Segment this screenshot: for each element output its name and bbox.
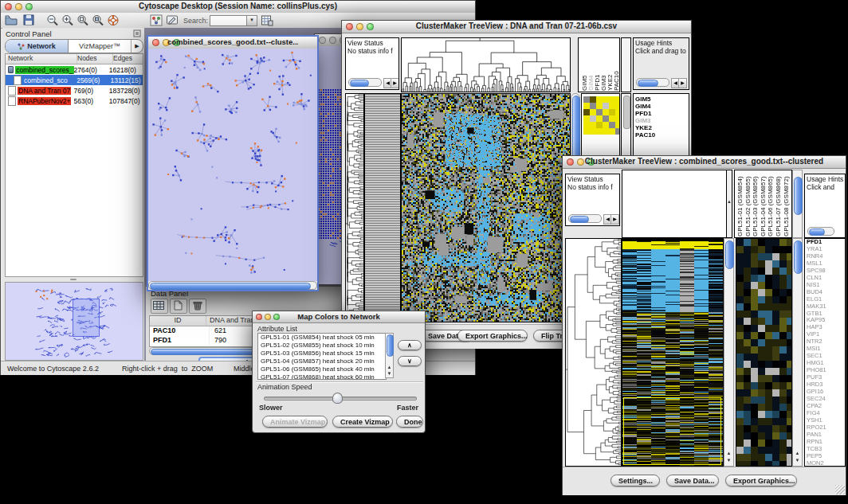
tv1-column-dendrogram[interactable] bbox=[401, 37, 571, 92]
dp-col-id[interactable]: ID bbox=[150, 316, 206, 326]
tv1-row-label[interactable]: GIM4 bbox=[635, 103, 689, 110]
attribute-list-item[interactable]: GPL51-07 (GSM868) heat shock 60 min bbox=[258, 373, 386, 380]
network-table-row[interactable]: DNA and Tran 07769(0)183728(0) bbox=[6, 85, 143, 96]
scroll-right-icon[interactable]: ▶ bbox=[391, 78, 399, 88]
minimize-icon[interactable] bbox=[265, 314, 271, 320]
attribute-list-item[interactable]: GPL51-01 (GSM854) heat shock 05 min bbox=[258, 334, 386, 342]
main-title-bar[interactable]: Cytoscape Desktop (Session Name: collins… bbox=[1, 1, 475, 14]
tv2-export-graphics-button[interactable]: Export Graphics... bbox=[725, 475, 797, 486]
tv1-row-label[interactable]: PFD1 bbox=[635, 110, 689, 117]
done-button[interactable]: Done bbox=[396, 416, 423, 428]
net1-hscrollbar[interactable] bbox=[148, 281, 317, 290]
tv2-zoom-heatmap[interactable] bbox=[736, 238, 792, 467]
scroll-down-icon[interactable]: ▼ bbox=[724, 458, 733, 463]
zoom-out-icon[interactable] bbox=[46, 14, 59, 26]
search-dropdown-arrow-icon[interactable]: ▼ bbox=[246, 15, 257, 26]
close-icon[interactable] bbox=[256, 314, 262, 320]
move-attribute-up-button[interactable]: ∧ bbox=[398, 340, 422, 350]
tv1-heatmap[interactable] bbox=[401, 93, 571, 322]
attribute-list-item[interactable]: GPL51-02 (GSM855) heat shock 10 min bbox=[258, 342, 386, 350]
animate-vizmap-button[interactable]: Animate Vizmap bbox=[262, 416, 328, 428]
save-session-icon[interactable] bbox=[22, 14, 35, 26]
scroll-up-icon[interactable]: ▲ bbox=[793, 451, 802, 456]
col-header-network[interactable]: Network bbox=[6, 54, 77, 64]
network-table-header[interactable]: Network Nodes Edges bbox=[6, 54, 143, 64]
tv1-status-hscrollbar[interactable] bbox=[348, 78, 382, 87]
tv2-zoom-vscrollbar[interactable]: ▲ ▼ bbox=[792, 238, 803, 467]
help-lifebuoy-icon[interactable] bbox=[107, 14, 120, 26]
network-overview-panel[interactable] bbox=[5, 282, 143, 361]
scroll-right-icon[interactable]: ▶ bbox=[678, 78, 687, 88]
scroll-up-icon[interactable]: ▲ bbox=[724, 451, 733, 456]
map-dialog-title-bar[interactable]: Map Colors to Network bbox=[253, 311, 425, 323]
tv1-title-bar[interactable]: ClusterMaker TreeView : DNA and Tran 07-… bbox=[342, 21, 691, 33]
new-attribute-button[interactable] bbox=[170, 299, 187, 314]
zoom-fit-icon[interactable] bbox=[77, 14, 89, 26]
col-header-edges[interactable]: Edges bbox=[113, 54, 143, 64]
vizmapper-icon[interactable] bbox=[150, 14, 163, 26]
tv2-mini-scroll-strip[interactable]: ▲ bbox=[726, 170, 732, 238]
network-table-row[interactable]: RNAPuberNov2+563(0)107847(0) bbox=[6, 96, 143, 106]
tv2-global-heatmap-canvas[interactable] bbox=[622, 239, 723, 466]
tv2-hints-hscrollbar[interactable] bbox=[807, 227, 834, 236]
tv1-row-label[interactable]: PAC10 bbox=[635, 131, 689, 139]
tv1-export-graphics-button[interactable]: Export Graphics... bbox=[457, 330, 528, 342]
tv2-labels-vscroll-thumb[interactable] bbox=[794, 177, 803, 215]
attribute-list-item[interactable]: GPL51-03 (GSM856) heat shock 15 min bbox=[258, 350, 386, 357]
attribute-list-vscrollbar[interactable]: ▲ ▼ bbox=[385, 333, 394, 378]
minimize-icon[interactable] bbox=[329, 37, 336, 44]
zoom-in-icon[interactable] bbox=[61, 14, 74, 26]
search-input[interactable] bbox=[210, 15, 248, 26]
tv2-heatmap-vscroll-thumb[interactable] bbox=[725, 240, 734, 269]
col-header-nodes[interactable]: Nodes bbox=[77, 54, 113, 64]
close-icon[interactable] bbox=[152, 39, 159, 46]
select-attributes-button[interactable] bbox=[151, 299, 168, 314]
tv1-row-dendrogram-canvas[interactable] bbox=[346, 94, 363, 322]
tv2-title-bar[interactable]: ClusterMaker TreeView : combined_scores_… bbox=[563, 156, 846, 169]
tv1-row-label[interactable]: GIM3 bbox=[635, 117, 689, 124]
net1-hscroll-thumb[interactable] bbox=[150, 283, 311, 290]
network-view[interactable] bbox=[148, 49, 317, 281]
move-attribute-down-button[interactable]: ∨ bbox=[398, 356, 422, 366]
tv2-column-dendrogram-area[interactable] bbox=[622, 170, 727, 238]
network-view-canvas[interactable] bbox=[148, 49, 317, 281]
net1-title-bar[interactable]: combined_scores_good.txt--cluste... bbox=[148, 37, 317, 49]
close-icon[interactable] bbox=[567, 158, 574, 166]
tv2-save-data-button[interactable]: Save Data... bbox=[666, 475, 719, 486]
network-table-row[interactable]: combined_sco2569(6)13112(15) bbox=[6, 75, 143, 85]
gene-label[interactable]: MON2 bbox=[805, 460, 845, 467]
attribute-list-item[interactable]: GPL51-04 (GSM857) heat shock 20 min bbox=[258, 357, 386, 365]
scroll-down-icon[interactable]: ▼ bbox=[793, 458, 802, 463]
tv2-status-hscrollbar[interactable] bbox=[568, 214, 602, 223]
scroll-down-icon[interactable]: ▼ bbox=[386, 371, 393, 377]
tv1-heatmap-canvas[interactable] bbox=[402, 94, 570, 322]
zoom-selected-icon[interactable] bbox=[92, 14, 104, 26]
scroll-up-icon[interactable]: ▲ bbox=[386, 365, 393, 370]
tab-vizmapper[interactable]: VizMapper™ bbox=[69, 40, 131, 53]
tv2-row-dendrogram-canvas[interactable] bbox=[566, 239, 621, 466]
attribute-list-item[interactable]: GPL51-06 (GSM865) heat shock 40 min bbox=[258, 365, 386, 373]
tv1-mini-vscroll-top[interactable] bbox=[621, 37, 631, 92]
tv1-row-dendrogram[interactable] bbox=[345, 93, 364, 322]
tab-network[interactable]: Network bbox=[6, 40, 69, 53]
tv2-row-dendrogram[interactable] bbox=[565, 238, 622, 467]
tab-overflow-button[interactable]: ▶ bbox=[131, 40, 143, 53]
tv2-zoom-heatmap-canvas[interactable] bbox=[736, 239, 791, 466]
panel-split-handle[interactable] bbox=[5, 277, 142, 281]
delete-attribute-button[interactable] bbox=[189, 299, 206, 314]
resize-grip[interactable] bbox=[835, 485, 845, 494]
import-table-icon[interactable] bbox=[261, 14, 273, 26]
network-table-row[interactable]: combined_scores_2764(0)16218(0) bbox=[6, 64, 143, 75]
network-overview-canvas[interactable] bbox=[6, 283, 141, 358]
tv2-heatmap-vscrollbar[interactable]: ▲ ▼ bbox=[724, 238, 734, 467]
tv1-row-label[interactable]: GIM5 bbox=[635, 96, 689, 103]
create-vizmap-button[interactable]: Create Vizmap bbox=[332, 416, 393, 428]
attribute-listbox[interactable]: GPL51-01 (GSM854) heat shock 05 minGPL51… bbox=[257, 333, 387, 380]
tv2-zoom-vscroll-thumb[interactable] bbox=[794, 240, 803, 274]
close-icon[interactable] bbox=[5, 3, 12, 10]
tv1-column-dendrogram-canvas[interactable] bbox=[402, 38, 570, 92]
annotation-icon[interactable] bbox=[166, 14, 179, 26]
attribute-list-vscroll-thumb[interactable] bbox=[387, 334, 394, 357]
close-icon[interactable] bbox=[319, 37, 326, 44]
tv2-global-heatmap[interactable] bbox=[622, 238, 724, 467]
